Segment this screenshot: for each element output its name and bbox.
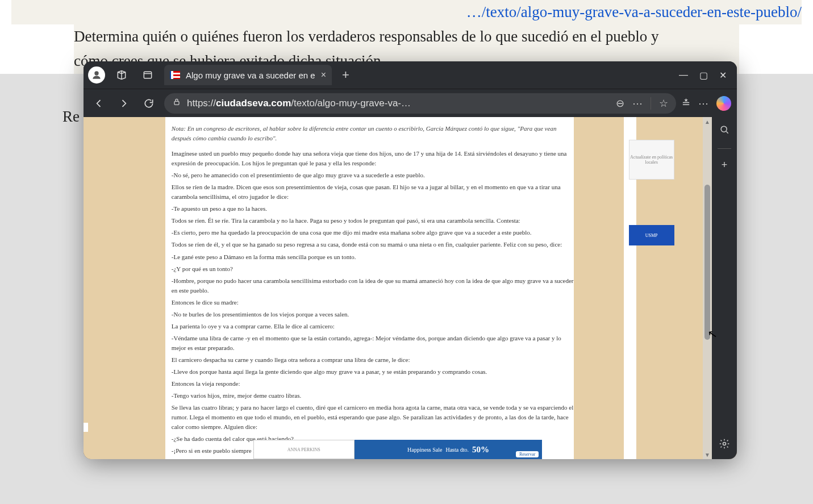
url-host: ciudadseva.com	[216, 98, 291, 109]
background-url-fragment: …/texto/algo-muy-grave-va-a-suceder-en-e…	[11, 0, 802, 24]
story-paragraph: Ellos se ríen de la madre. Dicen que eso…	[172, 182, 574, 202]
story-paragraph: Todos se ríen. Él se ríe. Tira la caramb…	[172, 216, 574, 226]
sidebar-add-icon[interactable]: +	[722, 159, 728, 171]
story-paragraph: Se lleva las cuatro libras; y para no ha…	[172, 403, 574, 432]
scroll-track[interactable]	[703, 126, 712, 450]
usmp-logo-text: USMP	[645, 233, 658, 238]
banner-cta-button[interactable]: Reservar	[516, 451, 539, 457]
more-button[interactable]: ⋯	[698, 97, 708, 110]
banner-offer: Happiness Sale Hasta dto. 50% Reservar	[355, 440, 543, 459]
bottom-banner-ad[interactable]: ANNA PERKINS Happiness Sale Hasta dto. 5…	[253, 440, 543, 459]
background-heading-fragment: Re	[62, 108, 80, 126]
story-paragraph: -No sé, pero he amanecido con el present…	[172, 170, 574, 180]
tab-actions-button[interactable]	[138, 65, 157, 85]
window-close-button[interactable]: ✕	[719, 70, 727, 81]
story-paragraph: La parienta lo oye y va a comprar carne.…	[172, 322, 574, 331]
banner-deal-prefix: Hasta dto.	[445, 447, 469, 453]
arrow-right-icon	[118, 98, 130, 109]
story-note: Nota: En un congreso de escritores, al h…	[172, 124, 574, 143]
vertical-scrollbar[interactable]: ▲ ▼	[703, 117, 712, 459]
collapse-caret-icon[interactable]: ⌄	[84, 423, 88, 432]
address-actions: ⊖ ⋯ ☆	[616, 97, 668, 110]
story-paragraph: -Hombre, porque no pudo hacer una caramb…	[172, 276, 574, 295]
reload-icon	[143, 98, 155, 109]
svg-rect-1	[144, 72, 151, 78]
workspaces-button[interactable]	[112, 65, 131, 85]
address-separator	[651, 97, 651, 110]
svg-point-0	[95, 72, 98, 75]
story-paragraph: Todos se ríen de él, y el que se ha gana…	[172, 240, 574, 249]
profile-button[interactable]	[88, 66, 105, 84]
story-paragraph: -Es cierto, pero me ha quedado la preocu…	[172, 228, 574, 238]
story-paragraph: Entonces le dice su madre:	[172, 298, 574, 307]
sidebar-ad-1[interactable]: Actualízate en políticas locales	[629, 140, 674, 180]
story-paragraph: -Le gané este peso a Dámaso en la forma …	[172, 252, 574, 262]
story-paragraph: -No te burles de los presentimientos de …	[172, 310, 574, 319]
story-text: Nota: En un congreso de escritores, al h…	[172, 124, 574, 459]
svg-rect-2	[174, 101, 179, 105]
page-viewport[interactable]: Nota: En un congreso de escritores, al h…	[84, 117, 712, 459]
background-question-line1: Determina quién o quiénes fueron los ver…	[74, 24, 739, 49]
story-paragraph: Imagínese usted un pueblo muy pequeño do…	[172, 149, 574, 168]
nav-reload-button[interactable]	[139, 94, 159, 113]
sidebar-separator	[718, 148, 731, 149]
tab-overview-icon	[142, 69, 153, 81]
story-paragraph: -¿Y por qué es un tonto?	[172, 264, 574, 274]
story-paragraph: El carnicero despacha su carne y cuando …	[172, 355, 574, 365]
svg-point-4	[723, 443, 726, 445]
sidebar-settings-icon[interactable]	[719, 438, 730, 452]
address-bar[interactable]: https://ciudadseva.com/texto/algo-muy-gr…	[164, 93, 676, 114]
page-actions-icon[interactable]: ⋯	[632, 97, 643, 110]
scroll-thumb[interactable]	[704, 185, 710, 340]
window-controls: — ▢ ✕	[679, 70, 732, 81]
window-maximize-button[interactable]: ▢	[699, 70, 708, 81]
favicon-flag-icon	[170, 71, 180, 79]
story-paragraph: -Lleve dos porque hasta aquí llega la ge…	[172, 367, 574, 377]
arrow-left-icon	[93, 98, 105, 109]
nav-forward-button[interactable]	[114, 94, 134, 113]
new-tab-button[interactable]: +	[339, 68, 353, 82]
toolbar-right: ≛ ⋯	[682, 96, 731, 111]
svg-point-3	[721, 126, 727, 132]
tab-title: Algo muy grave va a suceder en e	[186, 70, 315, 80]
person-icon	[91, 70, 102, 80]
banner-deal-pct: 50%	[472, 445, 489, 455]
active-tab[interactable]: Algo muy grave va a suceder en e ×	[164, 65, 332, 85]
sidebar-ad-2[interactable]: USMP	[629, 225, 674, 245]
browser-window: Algo muy grave va a suceder en e × + — ▢…	[84, 61, 737, 459]
window-minimize-button[interactable]: —	[679, 70, 688, 81]
scroll-up-arrow-icon[interactable]: ▲	[703, 117, 712, 126]
browser-sidebar: +	[712, 117, 737, 459]
content-area: Nota: En un congreso de escritores, al h…	[84, 117, 737, 459]
collections-button[interactable]: ≛	[682, 97, 690, 110]
banner-brand: ANNA PERKINS	[253, 440, 355, 459]
toolbar: https://ciudadseva.com/texto/algo-muy-gr…	[84, 89, 737, 117]
workspaces-icon	[116, 69, 127, 81]
url-path: /texto/algo-muy-grave-va-…	[291, 98, 411, 109]
sidebar-search-icon[interactable]	[719, 124, 730, 138]
story-paragraph: -Te apuesto un peso a que no la haces.	[172, 204, 574, 214]
banner-label: Happiness Sale	[407, 447, 442, 453]
tab-strip: Algo muy grave va a suceder en e × + — ▢…	[84, 61, 737, 89]
story-paragraph: Entonces la vieja responde:	[172, 379, 574, 389]
address-url: https://ciudadseva.com/texto/algo-muy-gr…	[187, 98, 411, 109]
copilot-icon[interactable]	[716, 96, 731, 111]
favorite-star-icon[interactable]: ☆	[659, 97, 668, 110]
lock-icon	[172, 97, 181, 109]
url-scheme: https://	[187, 98, 216, 109]
story-paragraph: -Tengo varios hijos, mire, mejor deme cu…	[172, 391, 574, 401]
story-paragraph: -Véndame una libra de carne -y en el mom…	[172, 334, 574, 353]
nav-back-button[interactable]	[89, 94, 109, 113]
scroll-down-arrow-icon[interactable]: ▼	[703, 450, 712, 459]
tab-close-button[interactable]: ×	[321, 70, 326, 80]
webpage: Nota: En un congreso de escritores, al h…	[84, 117, 712, 459]
zoom-indicator-icon[interactable]: ⊖	[616, 97, 624, 110]
